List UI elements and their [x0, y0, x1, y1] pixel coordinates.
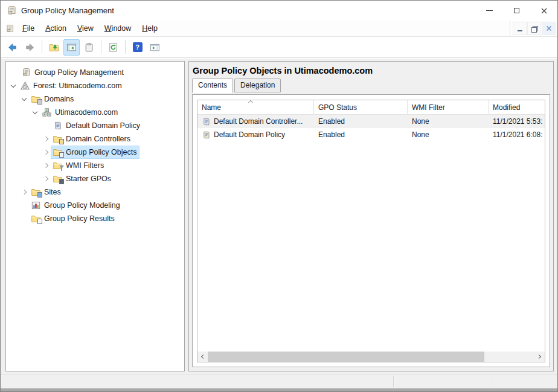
starter-gpos-folder-icon: [53, 174, 63, 184]
column-header-name[interactable]: Name: [197, 100, 314, 114]
menu-action[interactable]: Action: [40, 21, 72, 36]
tree-item-forest[interactable]: Forest: Utimacodemo.com: [6, 79, 184, 92]
status-bar: [1, 374, 557, 388]
tree-item-default-domain-policy[interactable]: Default Domain Policy: [6, 119, 184, 132]
column-header-wmi-filter[interactable]: WMI Filter: [408, 100, 489, 114]
clipboard-icon: [84, 42, 94, 53]
window-resize-strip: [1, 388, 557, 391]
tree-item-domain-utimacodemo[interactable]: Utimacodemo.com: [6, 106, 184, 119]
minimize-icon: [486, 10, 493, 11]
chevron-right-icon[interactable]: [41, 177, 51, 181]
help-button[interactable]: ?: [129, 39, 146, 56]
export-list-button[interactable]: [46, 39, 62, 56]
results-folder-icon: [31, 214, 41, 223]
show-window-icon: [150, 42, 160, 53]
toolbar: ?: [1, 37, 557, 58]
window-title: Group Policy Management: [21, 6, 114, 15]
main-area: Group Policy Management Forest: Utimacod…: [1, 59, 557, 374]
scroll-right-arrow[interactable]: [534, 352, 545, 362]
tree-item-label: Domain Controllers: [66, 135, 130, 143]
tab-contents[interactable]: Contents: [192, 79, 233, 93]
column-header-gpo-status[interactable]: GPO Status: [314, 100, 408, 114]
gpo-icon: [202, 117, 211, 126]
chevron-right-icon[interactable]: [41, 137, 51, 141]
minimize-button[interactable]: [476, 1, 503, 21]
domain-controllers-folder-icon: [53, 134, 63, 144]
modeling-icon: [31, 201, 41, 210]
list-empty-area: [197, 141, 545, 352]
tree-item-label: Forest: Utimacodemo.com: [33, 82, 122, 90]
scroll-left-arrow[interactable]: [197, 352, 208, 362]
menu-window[interactable]: Window: [99, 21, 136, 36]
gpo-icon: [202, 130, 211, 140]
mdi-minimize-icon: [518, 30, 522, 31]
mdi-minimize-button[interactable]: [513, 22, 527, 35]
mdi-close-button[interactable]: [542, 22, 556, 35]
tree-item-label: Group Policy Modeling: [44, 201, 120, 210]
forest-icon: [20, 81, 30, 91]
properties-button[interactable]: [81, 39, 97, 56]
tree-item-label: Group Policy Results: [44, 214, 115, 223]
forward-icon: [25, 42, 35, 53]
tree-item-wmi-filters[interactable]: WMI Filters: [6, 159, 184, 172]
list-header: Name GPO Status WMI Filter Modified: [197, 100, 545, 115]
tab-strip: Contents Delegation: [189, 79, 553, 92]
results-pane: Group Policy Objects in Utimacodemo.com …: [188, 61, 554, 371]
export-list-icon: [49, 42, 59, 53]
tree-item-group-policy-modeling[interactable]: Group Policy Modeling: [6, 199, 184, 212]
title-bar[interactable]: Group Policy Management: [1, 1, 557, 21]
mdi-close-icon: [546, 25, 552, 31]
maximize-icon: [514, 8, 519, 13]
tree-item-group-policy-management[interactable]: Group Policy Management: [6, 66, 184, 79]
tree-item-label: WMI Filters: [66, 161, 104, 170]
contents-tab-panel: Name GPO Status WMI Filter Modified: [192, 94, 550, 367]
tree-item-sites[interactable]: Sites: [6, 185, 184, 199]
mdi-window-controls: [510, 21, 557, 36]
console-icon: [5, 24, 14, 33]
tree-item-label: Sites: [44, 188, 61, 196]
chevron-right-icon[interactable]: [41, 164, 51, 167]
domains-folder-icon: [31, 94, 41, 104]
tree-item-label: Default Domain Policy: [66, 121, 140, 130]
close-button[interactable]: [530, 1, 557, 21]
tree-item-starter-gpos[interactable]: Starter GPOs: [6, 172, 184, 185]
tree-item-domains[interactable]: Domains: [6, 92, 184, 106]
tree-item-label: Group Policy Objects: [66, 148, 136, 156]
tree-item-label: Group Policy Management: [34, 68, 124, 77]
show-console-tree-icon: [66, 42, 77, 53]
chevron-right-icon[interactable]: [19, 190, 29, 194]
menu-help[interactable]: Help: [136, 21, 163, 36]
tab-delegation[interactable]: Delegation: [234, 79, 281, 92]
chevron-down-icon[interactable]: [8, 85, 18, 87]
toolbar-separator: [101, 40, 101, 54]
scrollbar-thumb[interactable]: [208, 352, 484, 362]
chevron-right-icon[interactable]: [41, 150, 51, 154]
tree-item-group-policy-results[interactable]: Group Policy Results: [6, 212, 184, 225]
sort-ascending-icon: [248, 100, 253, 105]
refresh-button[interactable]: [105, 39, 121, 56]
gpo-icon: [53, 121, 63, 130]
menu-file[interactable]: File: [17, 21, 40, 36]
show-window-button[interactable]: [147, 39, 163, 56]
tree-item-domain-controllers[interactable]: Domain Controllers: [6, 132, 184, 146]
status-divider: [493, 376, 493, 387]
tree-item-group-policy-objects[interactable]: Group Policy Objects: [6, 146, 184, 159]
chevron-down-icon[interactable]: [19, 98, 29, 100]
menu-view[interactable]: View: [72, 21, 99, 36]
column-header-modified[interactable]: Modified: [489, 100, 545, 114]
forward-button[interactable]: [22, 39, 38, 56]
gpo-list-view: Name GPO Status WMI Filter Modified: [197, 100, 545, 362]
back-button[interactable]: [4, 39, 21, 56]
window-controls: [476, 1, 557, 21]
gpo-folder-icon: [53, 147, 63, 157]
tree-item-label: Domains: [44, 95, 74, 103]
mdi-restore-button[interactable]: [527, 22, 541, 35]
table-row-default-domain-policy[interactable]: Default Domain Policy Enabled None 11/1/…: [197, 128, 545, 141]
tree-item-label: Starter GPOs: [66, 175, 111, 183]
chevron-down-icon[interactable]: [30, 111, 40, 114]
table-row-default-domain-controllers-policy[interactable]: Default Domain Controller... Enabled Non…: [197, 115, 545, 128]
horizontal-scrollbar[interactable]: [197, 352, 545, 362]
show-console-tree-button[interactable]: [63, 39, 80, 56]
app-icon: [7, 5, 17, 16]
maximize-button[interactable]: [503, 1, 530, 21]
